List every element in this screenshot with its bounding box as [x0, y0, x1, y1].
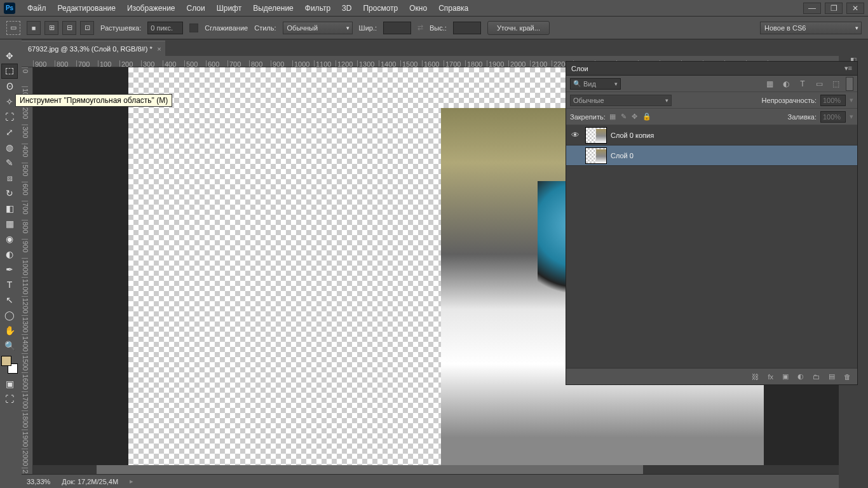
adjustment-layer-icon[interactable]: ◐ — [797, 372, 804, 381]
lock-brush-icon[interactable]: ✎ — [621, 112, 627, 121]
filter-image-icon[interactable]: ▦ — [763, 78, 776, 90]
visibility-eye-icon[interactable]: 👁 — [569, 129, 581, 142]
layer-thumbnail[interactable] — [585, 147, 607, 164]
filter-switch[interactable] — [846, 77, 853, 91]
antialias-label: Сглаживание — [205, 24, 248, 32]
menu-Шрифт[interactable]: Шрифт — [211, 1, 247, 15]
width-input[interactable] — [383, 22, 411, 34]
hand-tool[interactable]: ✋ — [1, 323, 18, 338]
document-tab[interactable]: 67932.jpg @ 33,3% (Слой 0, RGB/8#) * — [22, 41, 165, 56]
lock-label: Закрепить: — [570, 113, 606, 121]
type-tool[interactable]: T — [1, 277, 18, 292]
doc-size-label: Док: 17,2M/25,4M — [62, 478, 118, 485]
menu-Фильтр[interactable]: Фильтр — [299, 1, 336, 15]
workspace-dropdown[interactable]: Новое в CS6 — [760, 22, 862, 34]
zoom-level[interactable]: 33,33% — [27, 478, 50, 485]
fill-label: Заливка: — [788, 113, 817, 121]
pen-tool[interactable]: ✒ — [1, 262, 18, 277]
layer-name[interactable]: Слой 0 — [611, 152, 634, 159]
layer-mask-icon[interactable]: ▣ — [782, 372, 789, 381]
lock-pixels-icon[interactable]: ▦ — [609, 112, 616, 121]
style-dropdown[interactable]: Обычный — [283, 22, 353, 34]
height-label: Выс.: — [430, 24, 447, 32]
menu-Слои[interactable]: Слои — [181, 1, 211, 15]
foreground-color-swatch[interactable] — [1, 356, 11, 366]
link-layers-icon[interactable]: ⛓ — [752, 373, 759, 381]
delete-layer-icon[interactable]: 🗑 — [844, 373, 851, 381]
selection-intersect-icon[interactable]: ⊡ — [80, 21, 94, 35]
visibility-eye-icon[interactable] — [569, 149, 581, 162]
filter-type-icon[interactable]: T — [796, 78, 809, 90]
lock-all-icon[interactable]: 🔒 — [642, 112, 651, 121]
stamp-tool[interactable]: ⧇ — [1, 170, 18, 186]
selection-subtract-icon[interactable]: ⊟ — [62, 21, 76, 35]
dodge-tool[interactable]: ◐ — [1, 247, 18, 262]
gradient-tool[interactable]: ▦ — [1, 216, 18, 231]
selection-new-icon[interactable]: ■ — [27, 21, 41, 35]
opacity-label: Непрозрачность: — [762, 97, 817, 104]
layer-filter-dropdown[interactable]: Вид — [570, 78, 621, 90]
lasso-tool[interactable]: ʘ — [1, 79, 18, 94]
height-input[interactable] — [453, 22, 481, 34]
marquee-tool[interactable] — [1, 64, 18, 79]
brush-tool[interactable]: ✎ — [1, 155, 18, 170]
opacity-input[interactable] — [820, 95, 846, 106]
panel-menu-icon[interactable]: ▾≡ — [844, 64, 852, 72]
crop-tool[interactable]: ⛶ — [1, 109, 18, 125]
close-button[interactable]: ✕ — [846, 3, 864, 14]
blur-tool[interactable]: ◉ — [1, 231, 18, 247]
screenmode-tool[interactable]: ⛶ — [1, 391, 18, 407]
width-label: Шир.: — [359, 24, 377, 32]
horizontal-scrollbar[interactable] — [33, 465, 839, 474]
shape-tool[interactable]: ◯ — [1, 308, 18, 323]
maximize-button[interactable]: ❐ — [825, 3, 843, 14]
eyedropper-tool[interactable]: ⤢ — [1, 125, 18, 140]
filter-adjust-icon[interactable]: ◐ — [780, 78, 792, 90]
tooltip: Инструмент "Прямоугольная область" (M) — [15, 94, 172, 107]
fill-input[interactable] — [820, 111, 846, 123]
feather-input[interactable] — [147, 22, 183, 34]
menubar: ФайлРедактированиеИзображениеСлоиШрифтВы… — [22, 1, 474, 15]
layer-group-icon[interactable]: 🗀 — [813, 373, 820, 381]
menu-Просмотр[interactable]: Просмотр — [357, 1, 403, 15]
antialias-checkbox[interactable] — [189, 24, 198, 32]
move-tool[interactable]: ✥ — [1, 48, 18, 64]
menu-Справка[interactable]: Справка — [433, 1, 474, 15]
panel-title: Слои — [571, 65, 588, 72]
eraser-tool[interactable]: ◧ — [1, 201, 18, 216]
refine-edge-button[interactable]: Уточн. край... — [487, 21, 550, 35]
new-layer-icon[interactable]: ▤ — [829, 372, 835, 381]
layer-fx-icon[interactable]: fx — [768, 373, 773, 381]
minimize-button[interactable]: — — [803, 3, 821, 14]
style-label: Стиль: — [254, 24, 276, 32]
filter-smart-icon[interactable]: ⬚ — [829, 78, 842, 90]
layer-name[interactable]: Слой 0 копия — [611, 132, 654, 139]
layer-thumbnail[interactable] — [585, 127, 607, 144]
selection-add-icon[interactable]: ⊞ — [44, 21, 58, 35]
ruler-vertical: 0100200300400500600700800900100011001200… — [22, 67, 33, 474]
menu-3D[interactable]: 3D — [336, 1, 357, 15]
healing-tool[interactable]: ◍ — [1, 140, 18, 155]
layer-row[interactable]: 👁Слой 0 копия — [566, 125, 857, 146]
layers-list: 👁Слой 0 копияСлой 0 — [566, 125, 857, 368]
path-tool[interactable]: ↖ — [1, 292, 18, 308]
menu-Изображение[interactable]: Изображение — [121, 1, 181, 15]
tool-preset-icon[interactable]: ▭ — [6, 21, 20, 35]
app-logo: Ps — [4, 3, 15, 14]
filter-shape-icon[interactable]: ▭ — [813, 78, 825, 90]
zoom-tool[interactable]: 🔍 — [1, 338, 18, 353]
quickmask-tool[interactable]: ▣ — [1, 376, 18, 391]
feather-label: Растушевка: — [100, 24, 141, 32]
color-swatches[interactable] — [1, 356, 18, 374]
menu-Редактирование[interactable]: Редактирование — [52, 1, 121, 15]
menu-Окно[interactable]: Окно — [403, 1, 433, 15]
layers-panel: Слои ▾≡ Вид ▦ ◐ T ▭ ⬚ Обычные Непрозрачн… — [566, 61, 858, 385]
lock-position-icon[interactable]: ✥ — [632, 112, 637, 121]
menu-Файл[interactable]: Файл — [22, 1, 52, 15]
history-brush-tool[interactable]: ↻ — [1, 186, 18, 201]
layer-row[interactable]: Слой 0 — [566, 146, 857, 166]
blend-mode-dropdown[interactable]: Обычные — [570, 95, 672, 106]
menu-Выделение[interactable]: Выделение — [247, 1, 299, 15]
